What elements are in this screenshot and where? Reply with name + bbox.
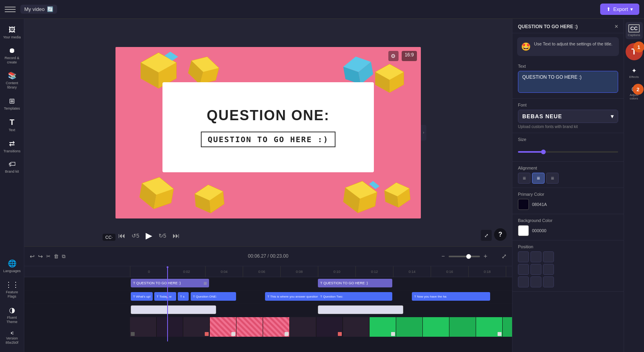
canvas-settings-button[interactable]: ⚙: [388, 51, 399, 61]
forward-5-button[interactable]: ↻5: [159, 233, 166, 239]
track-row-2: T What's up! T Today, w T s T Question O…: [24, 291, 512, 304]
captions-icon: CC: [628, 24, 640, 32]
background-color-row: 000000: [518, 225, 618, 236]
undo-button[interactable]: ↩: [30, 253, 35, 260]
font-section: Font BEBAS NEUE ▾ Upload custom fonts wi…: [512, 99, 624, 133]
time-separator: /: [267, 253, 270, 259]
ruler-marks: 0 0:02 0:04 0:06 0:08 0:10 0:12 0:14 0:1…: [130, 266, 512, 277]
panel-collapse-handle[interactable]: ›: [421, 125, 426, 141]
background-color-value: 000000: [532, 228, 547, 233]
captions-icon-btn[interactable]: CC Captions: [626, 22, 643, 39]
duplicate-button[interactable]: ⧉: [62, 253, 65, 260]
text-input-field[interactable]: QUESTION TO GO HERE :): [518, 71, 618, 93]
pos-bottom-right[interactable]: [543, 276, 554, 287]
primary-color-label: Primary Color: [518, 192, 618, 197]
expand-canvas-button[interactable]: ⤢: [481, 230, 492, 241]
pos-bottom-left[interactable]: [518, 276, 529, 287]
clip-today[interactable]: T Today, w: [154, 292, 176, 301]
video-canvas[interactable]: QUESTION ONE: QUESTION TO GO HERE :) ⚙ 1…: [115, 47, 421, 218]
sidebar-item-feature-flags[interactable]: ⋮⋮ FeatureFlags: [1, 277, 23, 302]
canvas-wrapper: QUESTION ONE: QUESTION TO GO HERE :) ⚙ 1…: [115, 47, 421, 218]
sidebar-item-brand-kit[interactable]: 🏷 Brand kit: [1, 157, 23, 177]
upload-custom-fonts[interactable]: Upload custom fonts with brand kit: [518, 125, 618, 129]
effects-label: Effects: [629, 75, 639, 79]
sidebar-item-content-library[interactable]: 📚 Contentlibrary: [1, 68, 23, 93]
expand-timeline-button[interactable]: ⤢: [501, 253, 507, 260]
thumb-green-2: [396, 317, 423, 337]
canvas-top-controls: ⚙ 16:9: [388, 51, 417, 61]
background-color-swatch[interactable]: [518, 225, 529, 236]
thumb-dark-6: [343, 317, 370, 337]
pos-middle-right[interactable]: [543, 264, 554, 275]
clip-white-1[interactable]: [131, 305, 216, 314]
menu-button[interactable]: [5, 4, 16, 15]
aspect-ratio-badge: 16:9: [402, 51, 417, 61]
play-button[interactable]: ▶: [146, 231, 152, 241]
redo-button[interactable]: ↪: [38, 253, 43, 260]
pos-bottom-center[interactable]: [530, 276, 541, 287]
clip-white-2[interactable]: [318, 305, 403, 314]
align-center-button[interactable]: ≡: [532, 173, 545, 184]
effects-icon-btn[interactable]: ✦ Effects: [626, 64, 643, 81]
your-media-icon: 🖼: [9, 26, 16, 34]
cube-bottom-right2: [381, 180, 414, 210]
primary-color-swatch[interactable]: [518, 199, 529, 210]
skip-back-button[interactable]: ⏮: [118, 232, 125, 240]
cube-top-right: [370, 63, 409, 94]
time-current: 00:06.27: [248, 253, 266, 259]
sidebar-item-templates[interactable]: ⊞ Templates: [1, 94, 23, 114]
zoom-controls: － ＋: [440, 252, 489, 260]
sidebar-item-transitions[interactable]: ⇄ Transitions: [1, 136, 23, 157]
sidebar-item-fluent-theme[interactable]: ◑ FluentTheme: [1, 303, 23, 327]
font-selector[interactable]: BEBAS NEUE ▾: [518, 110, 618, 123]
timeline-ruler: 0 0:02 0:04 0:06 0:08 0:10 0:12 0:14 0:1…: [24, 266, 512, 277]
captions-label: Captions: [628, 33, 640, 37]
project-title-box[interactable]: My video 🔄: [20, 5, 57, 14]
sidebar-item-your-media[interactable]: 🖼 Your media: [1, 23, 23, 43]
skip-forward-button[interactable]: ⏭: [173, 232, 180, 240]
clip-question-two[interactable]: T Question Two:: [318, 292, 392, 301]
align-right-button[interactable]: ≡: [546, 173, 559, 184]
sidebar-item-languages[interactable]: 🌐 Languages: [1, 256, 23, 276]
pos-top-right[interactable]: [543, 251, 554, 262]
export-icon: ⬆: [606, 6, 611, 12]
badge-2-area: ◑ Adjustcolors 2: [626, 84, 643, 101]
clip-question-here-2[interactable]: T QUESTION TO GO HERE :): [318, 279, 392, 287]
ruler-14: 0:14: [393, 266, 431, 277]
size-slider[interactable]: [518, 151, 618, 153]
clip-whatsup[interactable]: T What's up!: [131, 292, 153, 301]
clip-question-here-1[interactable]: T QUESTION TO GO HERE :) ⊞: [131, 279, 209, 287]
annotation-area: T 1: [626, 42, 643, 62]
pos-top-center[interactable]: [530, 251, 541, 262]
delete-button[interactable]: 🗑: [54, 253, 59, 259]
record-create-icon: ⏺: [9, 47, 16, 55]
pos-middle-left[interactable]: [518, 264, 529, 275]
thumb-green-3: [423, 317, 449, 337]
help-button[interactable]: ?: [494, 228, 507, 241]
captions-canvas-button[interactable]: CC·: [103, 234, 115, 241]
tooltip-emoji: 🤩: [521, 41, 531, 52]
zoom-out-icon[interactable]: －: [440, 252, 446, 260]
export-button[interactable]: ⬆ Export ▾: [600, 4, 639, 15]
sidebar-item-text[interactable]: T Text: [1, 115, 23, 135]
cut-button[interactable]: ✂: [46, 253, 51, 259]
rewind-5-button[interactable]: ↺5: [132, 233, 139, 239]
sidebar-item-record-create[interactable]: ⏺ Record &create: [1, 43, 23, 68]
ruler-12: 0:12: [355, 266, 393, 277]
clip-question-one[interactable]: T Question ONE:: [191, 292, 236, 301]
playhead[interactable]: ▼: [167, 266, 168, 341]
clip-now-you-have[interactable]: T Now you have the ha: [412, 292, 490, 301]
thumb-pink-1: [210, 317, 236, 337]
zoom-slider[interactable]: [449, 256, 480, 257]
sidebar-label-templates: Templates: [4, 107, 20, 111]
pos-top-left[interactable]: [518, 251, 529, 262]
tooltip-text: Use Text to adjust the settings of the t…: [534, 41, 612, 47]
sidebar-item-version[interactable]: ⑆ Version85e2b0f: [1, 328, 23, 348]
panel-close-button[interactable]: ×: [615, 23, 618, 30]
clip-s[interactable]: T s: [178, 292, 189, 301]
align-left-button[interactable]: ≡: [518, 173, 530, 184]
primary-color-value: 08041A: [532, 202, 547, 207]
zoom-in-icon[interactable]: ＋: [482, 252, 489, 260]
thumb-dark-1: [130, 317, 157, 337]
pos-middle-center[interactable]: [530, 264, 541, 275]
